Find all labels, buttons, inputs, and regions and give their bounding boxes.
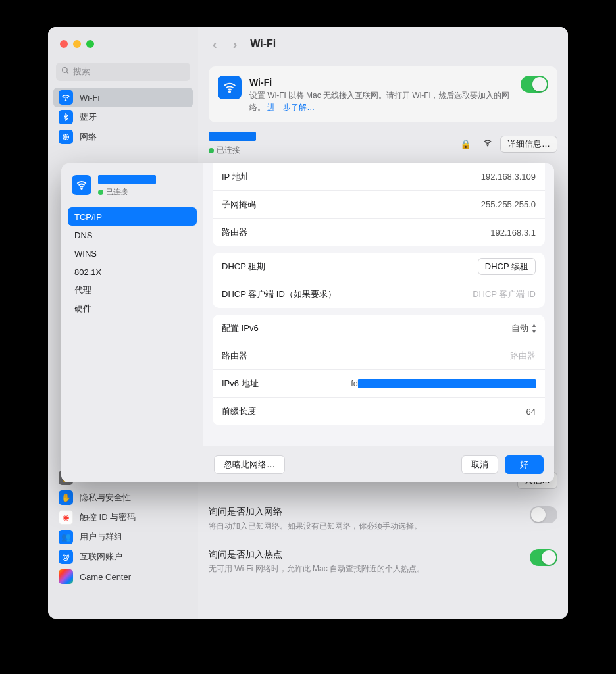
field-label: DHCP 租期 <box>222 261 478 272</box>
ask-hotspot-title: 询问是否加入热点 <box>209 549 530 561</box>
dhcp-client-id-row[interactable]: DHCP 客户端 ID（如果要求） DHCP 客户端 ID <box>213 280 545 308</box>
network-details-sheet: 已连接 TCP/IP DNS WINS 802.1X 代理 硬件 IP 地址 1… <box>61 163 554 482</box>
ip-address-row: IP 地址 192.168.3.109 <box>213 163 545 191</box>
page-title: Wi-Fi <box>250 38 276 50</box>
sidebar-item-label: 隐私与安全性 <box>80 492 131 504</box>
ok-button[interactable]: 好 <box>505 455 544 474</box>
sheet-sidebar: 已连接 TCP/IP DNS WINS 802.1X 代理 硬件 <box>61 163 203 482</box>
close-button[interactable] <box>60 40 68 48</box>
svg-point-4 <box>229 91 230 92</box>
learn-more-link[interactable]: 进一步了解… <box>267 103 315 112</box>
zoom-button[interactable] <box>86 40 94 48</box>
ipv6-group: 配置 IPv6 自动 ▴▾ 路由器 路由器 IPv6 地址 fd 前缀长度 64 <box>213 315 545 425</box>
svg-line-1 <box>66 72 68 74</box>
sidebar-list-lower: 🔒 锁定屏幕 ✋ 隐私与安全性 ◉ 触控 ID 与密码 👥 用户与群组 @ 互联… <box>48 468 198 586</box>
field-label: IPv6 地址 <box>222 378 351 390</box>
prefix-length-row: 前缀长度 64 <box>213 398 545 425</box>
field-value: fd <box>351 378 536 389</box>
dhcp-group: DHCP 租期 DHCP 续租 DHCP 客户端 ID（如果要求） DHCP 客… <box>213 253 545 308</box>
search-icon <box>61 66 70 77</box>
current-network-row: 已连接 🔒 详细信息… <box>209 132 557 156</box>
ask-join-desc: 将自动加入已知网络。如果没有已知网络，你必须手动选择。 <box>209 521 530 532</box>
bluetooth-icon <box>59 110 73 124</box>
ask-hotspot-desc: 无可用 Wi-Fi 网络时，允许此 Mac 自动查找附近的个人热点。 <box>209 563 530 575</box>
tab-tcpip[interactable]: TCP/IP <box>68 207 197 226</box>
svg-point-6 <box>81 188 82 189</box>
sidebar-item-label: 触控 ID 与密码 <box>80 511 136 523</box>
sidebar-item-privacy[interactable]: ✋ 隐私与安全性 <box>53 488 193 507</box>
sidebar-item-label: 互联网账户 <box>80 551 122 563</box>
wifi-icon <box>218 76 242 99</box>
field-label: DHCP 客户端 ID（如果要求） <box>222 288 473 300</box>
wifi-toggle[interactable] <box>521 76 548 93</box>
wifi-signal-icon <box>482 138 494 149</box>
tab-proxy[interactable]: 代理 <box>68 281 197 299</box>
field-value: 192.168.3.1 <box>490 228 536 238</box>
sheet-network-header: 已连接 <box>68 172 197 203</box>
sidebar-item-label: 网络 <box>80 131 97 143</box>
details-button[interactable]: 详细信息… <box>500 136 557 153</box>
wifi-icon <box>59 90 73 105</box>
field-value: 192.168.3.109 <box>481 172 536 182</box>
network-name-redacted <box>98 175 156 184</box>
ask-join-title: 询问是否加入网络 <box>209 506 530 518</box>
svg-point-2 <box>65 100 66 101</box>
field-value: 64 <box>526 407 536 417</box>
wifi-summary-card: Wi-Fi 设置 Wi-Fi 以将 Mac 无线接入互联网。请打开 Wi-Fi，… <box>209 66 557 122</box>
sidebar-item-bluetooth[interactable]: 蓝牙 <box>53 107 193 127</box>
sidebar-item-internet-accounts[interactable]: @ 互联网账户 <box>53 547 193 567</box>
wifi-summary-text: Wi-Fi 设置 Wi-Fi 以将 Mac 无线接入互联网。请打开 Wi-Fi，… <box>249 76 513 113</box>
sidebar-item-touchid[interactable]: ◉ 触控 ID 与密码 <box>53 507 193 527</box>
ask-join-toggle[interactable] <box>530 506 557 523</box>
back-button[interactable]: ‹ <box>210 37 220 52</box>
ask-join-hotspot-section: 询问是否加入热点 无可用 Wi-Fi 网络时，允许此 Mac 自动查找附近的个人… <box>209 549 557 575</box>
configure-ipv6-row[interactable]: 配置 IPv6 自动 ▴▾ <box>213 315 545 342</box>
sidebar-item-label: 蓝牙 <box>80 111 97 123</box>
network-name-redacted <box>209 132 256 141</box>
search-placeholder: 搜索 <box>73 66 90 78</box>
tcpip-fields: IP 地址 192.168.3.109 子网掩码 255.255.255.0 路… <box>203 163 554 446</box>
network-info: 已连接 <box>209 132 256 156</box>
field-label: 子网掩码 <box>222 199 481 211</box>
dhcp-renew-button[interactable]: DHCP 续租 <box>478 258 536 275</box>
ipv6-router-row[interactable]: 路由器 路由器 <box>213 342 545 370</box>
cancel-button[interactable]: 取消 <box>461 455 498 474</box>
tab-dns[interactable]: DNS <box>68 226 197 244</box>
field-value: 255.255.255.0 <box>481 199 536 209</box>
sidebar-item-label: Wi-Fi <box>80 93 99 103</box>
status-dot-icon <box>209 148 214 153</box>
ipv4-group: IP 地址 192.168.3.109 子网掩码 255.255.255.0 路… <box>213 163 545 246</box>
minimize-button[interactable] <box>73 40 81 48</box>
tab-8021x[interactable]: 802.1X <box>68 263 197 281</box>
header: ‹ › Wi-Fi <box>198 27 568 61</box>
sidebar-item-network[interactable]: 网络 <box>53 127 193 147</box>
ask-hotspot-toggle[interactable] <box>530 549 557 566</box>
field-value: 自动 <box>511 323 528 334</box>
svg-point-5 <box>487 145 488 145</box>
field-label: IP 地址 <box>222 171 481 183</box>
users-icon: 👥 <box>59 530 73 544</box>
sidebar-item-game-center[interactable]: Game Center <box>53 567 193 586</box>
chevron-updown-icon: ▴▾ <box>532 322 536 335</box>
sheet-content: IP 地址 192.168.3.109 子网掩码 255.255.255.0 路… <box>203 163 554 482</box>
sheet-tabs: TCP/IP DNS WINS 802.1X 代理 硬件 <box>68 207 197 318</box>
ipv6-redacted <box>358 379 536 388</box>
sidebar-item-users[interactable]: 👥 用户与群组 <box>53 527 193 547</box>
field-label: 前缀长度 <box>222 405 526 417</box>
at-icon: @ <box>59 550 73 564</box>
field-label: 配置 IPv6 <box>222 323 511 334</box>
tab-wins[interactable]: WINS <box>68 244 197 263</box>
status-dot-icon <box>98 190 103 195</box>
search-input[interactable]: 搜索 <box>56 63 190 81</box>
field-placeholder: DHCP 客户端 ID <box>473 288 536 300</box>
forget-network-button[interactable]: 忽略此网络… <box>214 455 285 474</box>
subnet-mask-row: 子网掩码 255.255.255.0 <box>213 191 545 219</box>
forward-button[interactable]: › <box>230 37 240 52</box>
field-placeholder: 路由器 <box>510 350 536 362</box>
sidebar-item-wifi[interactable]: Wi-Fi <box>53 88 193 107</box>
tab-hardware[interactable]: 硬件 <box>68 299 197 318</box>
game-center-icon <box>59 569 73 584</box>
network-icon <box>59 130 73 144</box>
wifi-icon <box>72 175 91 195</box>
wifi-card-title: Wi-Fi <box>249 76 513 89</box>
